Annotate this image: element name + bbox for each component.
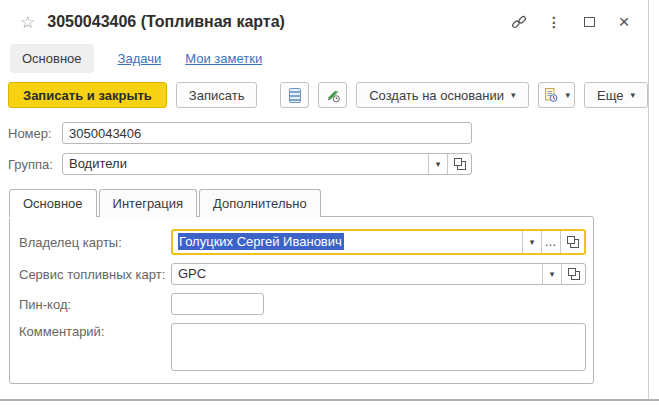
document-clock-icon <box>543 87 559 103</box>
create-based-on-label: Создать на основании <box>369 88 504 103</box>
more-button-label: Еще <box>597 88 623 103</box>
save-button[interactable]: Записать <box>176 82 258 108</box>
card-owner-row: Владелец карты: Голуцких Сергей Иванович… <box>19 229 593 255</box>
save-and-close-button[interactable]: Записать и закрыть <box>8 82 167 108</box>
card-owner-open-button[interactable] <box>560 231 584 253</box>
card-owner-dropdown-button[interactable]: ▾ <box>522 231 541 253</box>
nav-row: Основное Задачи Мои заметки <box>0 42 648 74</box>
change-history-button[interactable] <box>318 82 347 108</box>
fuel-service-combo[interactable]: GPC ▾ <box>171 263 586 285</box>
pin-row: Пин-код: <box>19 293 593 315</box>
tab-integration[interactable]: Интеграция <box>99 189 198 217</box>
tab-additional[interactable]: Дополнительно <box>199 189 321 217</box>
chevron-down-icon: ▾ <box>436 159 441 169</box>
more-button[interactable]: Еще ▾ <box>584 82 648 108</box>
nav-item-my-notes[interactable]: Мои заметки <box>185 51 262 66</box>
comment-textarea[interactable] <box>171 323 586 371</box>
number-row: Номер: <box>8 122 648 144</box>
chevron-down-icon: ▾ <box>566 90 571 100</box>
chevron-down-icon: ▾ <box>550 269 555 279</box>
open-icon <box>454 158 466 170</box>
open-icon <box>568 268 580 280</box>
group-combo[interactable]: Водители ▾ <box>62 153 472 175</box>
group-value[interactable]: Водители <box>63 154 428 174</box>
fuel-service-row: Сервис топливных карт: GPC ▾ <box>19 263 593 285</box>
window-controls: ⋮ × <box>511 14 638 30</box>
card-owner-label: Владелец карты: <box>19 234 171 250</box>
number-input[interactable] <box>62 122 472 144</box>
card-owner-combo[interactable]: Голуцких Сергей Иванович ▾ … <box>171 229 586 255</box>
number-label: Номер: <box>8 126 62 141</box>
fuel-service-open-button[interactable] <box>561 264 585 284</box>
group-label: Группа: <box>8 157 62 172</box>
create-based-on-button[interactable]: Создать на основании ▾ <box>356 82 528 108</box>
register-records-button[interactable] <box>280 82 309 108</box>
group-dropdown-button[interactable]: ▾ <box>428 154 447 174</box>
comment-label: Комментарий: <box>19 323 171 339</box>
chevron-down-icon: ▾ <box>511 90 516 100</box>
header-fields: Номер: Группа: Водители ▾ <box>0 122 648 175</box>
close-icon[interactable]: × <box>616 14 632 30</box>
link-icon[interactable] <box>511 14 527 30</box>
fuel-card-window: ☆ 3050043406 (Топливная карта) ⋮ × Основ… <box>0 0 649 399</box>
card-owner-value[interactable]: Голуцких Сергей Иванович <box>173 231 522 253</box>
fuel-service-dropdown-button[interactable]: ▾ <box>542 264 561 284</box>
open-icon <box>567 236 579 248</box>
more-menu-icon[interactable]: ⋮ <box>546 14 562 30</box>
fuel-service-label: Сервис топливных карт: <box>19 266 171 282</box>
reminder-button[interactable]: ▾ <box>538 82 575 108</box>
fuel-service-value[interactable]: GPC <box>172 264 542 284</box>
tab-main[interactable]: Основное <box>9 189 97 217</box>
tabstrip: Основное Интеграция Дополнительно <box>0 189 648 217</box>
toolbar: Записать и закрыть Записать Создать на о… <box>0 80 648 110</box>
nav-item-main[interactable]: Основное <box>10 44 94 73</box>
group-row: Группа: Водители ▾ <box>8 153 648 175</box>
pin-input[interactable] <box>171 293 264 315</box>
pencil-clock-icon <box>325 87 341 103</box>
page-title: 3050043406 (Топливная карта) <box>47 13 285 31</box>
nav-item-tasks[interactable]: Задачи <box>118 51 162 66</box>
maximize-icon[interactable] <box>581 14 597 30</box>
group-open-button[interactable] <box>447 154 471 174</box>
titlebar: ☆ 3050043406 (Топливная карта) ⋮ × <box>0 0 648 36</box>
favorite-star-icon[interactable]: ☆ <box>20 14 35 31</box>
card-owner-choose-button[interactable]: … <box>541 231 560 253</box>
chevron-down-icon: ▾ <box>630 90 635 100</box>
window-bottom-edge <box>0 399 659 401</box>
comment-row: Комментарий: <box>19 323 593 371</box>
chevron-down-icon: ▾ <box>530 237 535 247</box>
list-stack-icon <box>289 88 301 103</box>
pin-label: Пин-код: <box>19 296 171 312</box>
selected-text: Голуцких Сергей Иванович <box>178 233 344 250</box>
tab-panel-main: Владелец карты: Голуцких Сергей Иванович… <box>9 216 594 384</box>
